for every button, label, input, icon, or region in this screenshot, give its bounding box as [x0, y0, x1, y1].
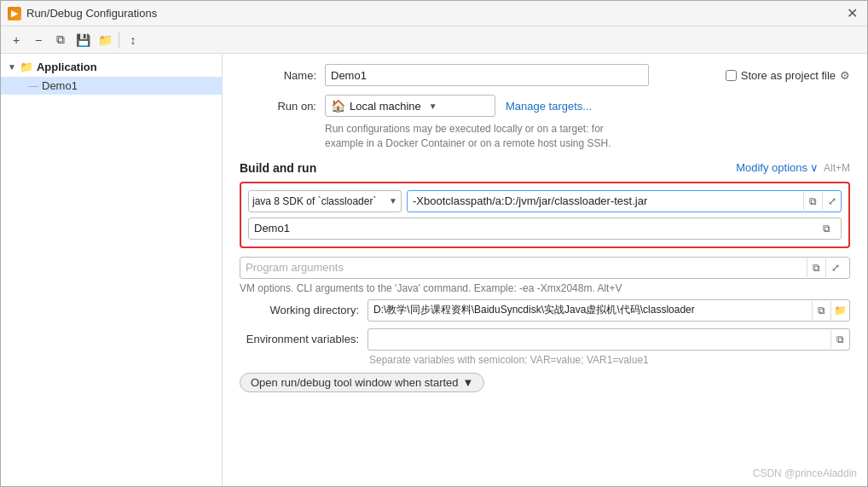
title-bar: ▶ Run/Debug Configurations ✕ [1, 1, 867, 26]
build-run-inner: java 8 SDK of `classloader` ▼ ⧉ ⤢ [248, 190, 842, 212]
sidebar: ▼ 📁 Application — Demo1 [1, 54, 223, 486]
add-button[interactable]: + [6, 30, 26, 50]
watermark: CSDN @princeAladdin [753, 467, 857, 479]
name-input[interactable] [325, 64, 649, 86]
item-icon: — [28, 80, 38, 92]
program-args-row: Program arguments ⧉ ⤢ [240, 257, 850, 279]
java-sdk-dropdown[interactable]: java 8 SDK of `classloader` ▼ [248, 190, 402, 212]
name-store-row: Name: Store as project file ⚙ [240, 64, 850, 86]
toolbar-divider [119, 32, 119, 48]
env-vars-input[interactable] [368, 331, 830, 347]
modify-options-label: Modify options [736, 161, 807, 174]
folder-button[interactable]: 📁 [95, 30, 115, 50]
sidebar-group-application[interactable]: ▼ 📁 Application [1, 57, 222, 77]
build-run-section: java 8 SDK of `classloader` ▼ ⧉ ⤢ Demo1 … [240, 182, 850, 248]
open-run-label: Open run/debug tool window when started [251, 376, 459, 389]
working-dir-row: Working directory: ⧉ 📁 [240, 299, 850, 322]
working-dir-input[interactable] [368, 303, 812, 318]
folder-icon: 📁 [20, 61, 33, 73]
module-text: Demo1 [254, 222, 817, 235]
toolbar: + − ⧉ 💾 📁 ↕ [1, 26, 867, 54]
working-dir-folder-icon[interactable]: 📁 [830, 301, 849, 320]
java-sdk-text: java 8 SDK of `classloader` [252, 195, 385, 207]
java-dropdown-arrow-icon: ▼ [389, 196, 397, 206]
close-button[interactable]: ✕ [843, 5, 860, 22]
env-vars-label: Environment variables: [240, 333, 359, 345]
classpath-input-wrapper: ⧉ ⤢ [407, 190, 842, 212]
run-debug-window: ▶ Run/Debug Configurations ✕ + − ⧉ 💾 📁 ↕… [0, 0, 868, 487]
expand-icon: ▼ [8, 62, 16, 72]
open-run-button[interactable]: Open run/debug tool window when started … [240, 373, 484, 392]
section-title: Build and run [240, 161, 316, 175]
vm-hint: VM options. CLI arguments to the 'Java' … [240, 282, 850, 294]
open-run-arrow-icon: ▼ [463, 376, 474, 389]
program-args-expand-icon[interactable]: ⤢ [825, 258, 844, 277]
program-args-placeholder: Program arguments [246, 261, 807, 274]
working-dir-label: Working directory: [240, 304, 359, 316]
save-button[interactable]: 💾 [72, 30, 93, 50]
run-on-value: Local machine [350, 100, 421, 113]
dropdown-arrow-icon: ▼ [429, 101, 437, 111]
env-vars-row: Environment variables: ⧉ [240, 328, 850, 351]
alt-m-hint: Alt+M [824, 162, 850, 174]
run-on-description: Run configurations may be executed local… [325, 122, 751, 151]
module-row: Demo1 ⧉ [248, 217, 842, 240]
window-title: Run/Debug Configurations [26, 7, 157, 20]
remove-button[interactable]: − [28, 30, 49, 50]
classpath-input[interactable] [408, 193, 803, 209]
store-checkbox[interactable] [726, 70, 737, 81]
section-header: Build and run Modify options ∨ Alt+M [240, 161, 850, 175]
env-hint: Separate variables with semicolon: VAR=v… [369, 354, 850, 366]
name-label: Name: [240, 69, 316, 82]
modify-options-arrow-icon: ∨ [810, 161, 819, 174]
classpath-expand-icon[interactable]: ⤢ [822, 192, 841, 211]
gear-icon[interactable]: ⚙ [840, 69, 850, 82]
modify-options-area: Modify options ∨ Alt+M [736, 161, 850, 174]
env-vars-copy-icon[interactable]: ⧉ [830, 330, 849, 349]
working-dir-copy-icon[interactable]: ⧉ [812, 301, 830, 320]
modify-options-link[interactable]: Modify options ∨ [736, 161, 819, 174]
copy-button[interactable]: ⧉ [50, 30, 71, 50]
config-panel: Name: Store as project file ⚙ Run on: 🏠 … [223, 54, 867, 486]
main-content: ▼ 📁 Application — Demo1 Name: Store as p… [1, 54, 867, 486]
open-run-row: Open run/debug tool window when started … [240, 373, 850, 392]
app-icon: ▶ [8, 7, 21, 20]
module-copy-icon[interactable]: ⧉ [817, 219, 836, 238]
store-label: Store as project file [741, 69, 836, 82]
sidebar-item-demo1[interactable]: — Demo1 [1, 77, 222, 95]
run-on-row: Run on: 🏠 Local machine ▼ Manage targets… [240, 95, 850, 117]
run-on-label: Run on: [240, 100, 316, 113]
sidebar-item-label: Demo1 [42, 79, 78, 92]
env-vars-input-wrapper: ⧉ [367, 328, 850, 351]
working-dir-input-wrapper: ⧉ 📁 [367, 299, 850, 322]
classpath-copy-icon[interactable]: ⧉ [803, 192, 822, 211]
run-on-dropdown[interactable]: 🏠 Local machine ▼ [325, 95, 495, 117]
program-args-copy-icon[interactable]: ⧉ [807, 258, 825, 277]
manage-targets-link[interactable]: Manage targets... [506, 100, 592, 113]
home-icon: 🏠 [331, 99, 345, 113]
store-row: Store as project file ⚙ [726, 69, 850, 82]
sort-button[interactable]: ↕ [123, 30, 143, 50]
build-run-wrapper: Build and run Modify options ∨ Alt+M jav… [240, 161, 850, 294]
sidebar-group-label: Application [37, 61, 97, 73]
title-bar-left: ▶ Run/Debug Configurations [8, 7, 157, 20]
